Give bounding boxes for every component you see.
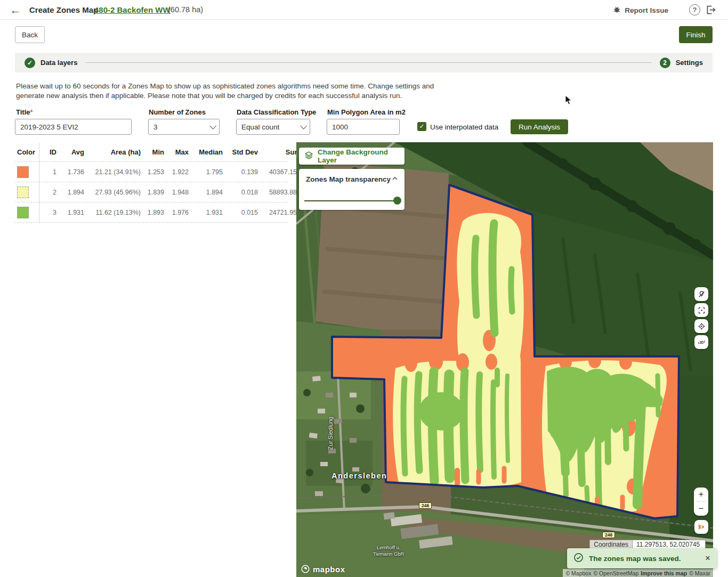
attrib-mapbox[interactable]: © Mapbox bbox=[565, 570, 591, 576]
number-of-zones-label: Number of Zones bbox=[149, 108, 206, 116]
table-row: 3 1.931 11.62 (19.13%) 1.893 1.976 1.931… bbox=[15, 202, 288, 223]
chevron-up-icon[interactable] bbox=[391, 174, 399, 183]
zone3-area: 11.62 (19.13%) bbox=[86, 209, 143, 216]
use-interpolated-label: Use interpolated data bbox=[430, 123, 498, 131]
mapbox-wordmark: mapbox bbox=[313, 565, 345, 574]
table-row: 1 1.736 21.21 (34.91%) 1.253 1.922 1.795… bbox=[15, 162, 288, 182]
title-input[interactable] bbox=[15, 119, 132, 135]
finish-button[interactable]: Finish bbox=[679, 26, 713, 43]
fit-bounds-button[interactable] bbox=[694, 303, 708, 317]
field-link[interactable]: 480-2 Backofen WW bbox=[94, 5, 171, 14]
attrib-improve-link[interactable]: Improve this map bbox=[641, 570, 687, 576]
toast-notification: The zones map was saved. × bbox=[567, 548, 717, 568]
classification-value: Equal count bbox=[241, 123, 279, 131]
transparency-slider-thumb[interactable] bbox=[393, 197, 401, 205]
col-stddev: Std Dev bbox=[225, 148, 260, 156]
report-issue-button[interactable]: Report Issue bbox=[613, 5, 668, 15]
stepper-line bbox=[86, 62, 651, 63]
svg-text:3D: 3D bbox=[699, 340, 704, 344]
toast-message: The zones map was saved. bbox=[589, 555, 700, 563]
zone3-max: 1.976 bbox=[166, 209, 191, 216]
zone3-color-swatch bbox=[17, 207, 29, 218]
mapbox-icon bbox=[301, 564, 310, 574]
zone2-area: 27.93 (45.96%) bbox=[86, 189, 143, 196]
zones-layer-icon bbox=[697, 523, 706, 531]
col-median: Median bbox=[191, 148, 225, 156]
transparency-slider-track[interactable] bbox=[304, 200, 398, 201]
zone2-min: 1.839 bbox=[143, 189, 166, 196]
fit-bounds-icon bbox=[698, 306, 706, 314]
col-avg: Avg bbox=[59, 148, 86, 156]
zone1-avg: 1.736 bbox=[59, 168, 86, 176]
back-arrow-icon[interactable]: ← bbox=[9, 3, 22, 17]
zone2-stddev: 0.018 bbox=[225, 189, 260, 196]
back-button[interactable]: Back bbox=[15, 26, 45, 43]
view-3d-icon: 3D bbox=[697, 338, 706, 347]
attrib-maxar[interactable]: © Maxar bbox=[689, 570, 710, 576]
min-polygon-area-input[interactable] bbox=[327, 119, 400, 135]
zone2-avg: 1.894 bbox=[59, 189, 86, 196]
locate-button[interactable] bbox=[694, 319, 708, 333]
zoom-controls: + − bbox=[694, 487, 708, 516]
transparency-panel: Zones Map transparency bbox=[299, 169, 405, 210]
map-container: Zur Siedlung Andersleben Lemhoff u.Tiema… bbox=[296, 142, 713, 577]
hide-markers-icon bbox=[698, 290, 706, 298]
zone1-stddev: 0.139 bbox=[225, 168, 260, 176]
zone3-stddev: 0.015 bbox=[225, 209, 260, 216]
success-check-icon bbox=[573, 552, 584, 565]
zones-layer-toggle-button[interactable] bbox=[694, 520, 708, 534]
change-background-layer-button[interactable]: Change Background Layer bbox=[299, 148, 405, 165]
col-max: Max bbox=[166, 148, 191, 156]
run-analysis-button[interactable]: Run Analysis bbox=[511, 119, 568, 134]
field-area: (60.78 ha) bbox=[168, 5, 203, 14]
zoom-out-button[interactable]: − bbox=[694, 502, 708, 516]
step1-check-icon: ✓ bbox=[25, 58, 35, 68]
stepper: ✓ Data layers 2 Settings bbox=[15, 53, 713, 72]
zone1-max: 1.922 bbox=[166, 168, 191, 176]
view-3d-button[interactable]: 3D bbox=[694, 335, 708, 349]
table-header-row: Color ID Avg Area (ha) Min Max Median St… bbox=[15, 143, 288, 162]
zone3-min: 1.893 bbox=[143, 209, 166, 216]
col-area: Area (ha) bbox=[86, 148, 143, 156]
number-of-zones-select[interactable]: 3 bbox=[148, 119, 220, 135]
toast-close-icon[interactable]: × bbox=[705, 553, 710, 564]
page-title: Create Zones Map bbox=[29, 5, 98, 14]
create-zones-map-page: ← Create Zones Map 480-2 Backofen WW (60… bbox=[0, 0, 728, 577]
attrib-osm[interactable]: © OpenStreetMap bbox=[593, 570, 638, 576]
required-asterisk: * bbox=[30, 108, 33, 116]
mapbox-logo[interactable]: mapbox bbox=[301, 564, 345, 574]
zone1-median: 1.795 bbox=[191, 168, 225, 176]
transparency-label: Zones Map transparency bbox=[306, 175, 391, 183]
chevron-down-icon bbox=[209, 123, 216, 129]
col-color: Color bbox=[15, 143, 39, 161]
top-bar: ← Create Zones Map 480-2 Backofen WW (60… bbox=[0, 0, 728, 20]
col-min: Min bbox=[143, 148, 166, 156]
zone3-id: 3 bbox=[39, 209, 59, 216]
mouse-cursor bbox=[565, 95, 572, 108]
map-controls: 3D bbox=[694, 287, 708, 349]
help-icon[interactable]: ? bbox=[689, 4, 700, 15]
classification-label: Data Classification Type bbox=[237, 108, 316, 116]
locate-icon bbox=[698, 322, 706, 330]
zone1-id: 1 bbox=[39, 168, 59, 176]
logout-icon[interactable] bbox=[705, 4, 716, 15]
zone1-color-swatch bbox=[17, 166, 29, 178]
title-label: Title* bbox=[16, 108, 33, 116]
change-background-label: Change Background Layer bbox=[318, 148, 399, 164]
zones-table: Color ID Avg Area (ha) Min Max Median St… bbox=[15, 143, 288, 223]
step1-label: Data layers bbox=[41, 59, 77, 67]
report-issue-label: Report Issue bbox=[625, 6, 668, 14]
zone2-color-swatch bbox=[17, 186, 29, 198]
bug-icon bbox=[613, 5, 621, 15]
zone2-median: 1.894 bbox=[191, 189, 225, 196]
step2-number: 2 bbox=[660, 58, 670, 68]
min-polygon-area-label: Min Polygon Area in m2 bbox=[327, 108, 406, 116]
zoom-in-button[interactable]: + bbox=[694, 487, 708, 501]
use-interpolated-checkbox[interactable]: ✓ bbox=[417, 122, 426, 131]
chevron-down-icon bbox=[300, 123, 307, 129]
classification-select[interactable]: Equal count bbox=[236, 119, 310, 135]
zone3-avg: 1.931 bbox=[59, 209, 86, 216]
step2-label: Settings bbox=[676, 59, 703, 67]
map-attribution: © Mapbox © OpenStreetMap Improve this ma… bbox=[563, 569, 713, 577]
hide-markers-button[interactable] bbox=[694, 287, 708, 301]
